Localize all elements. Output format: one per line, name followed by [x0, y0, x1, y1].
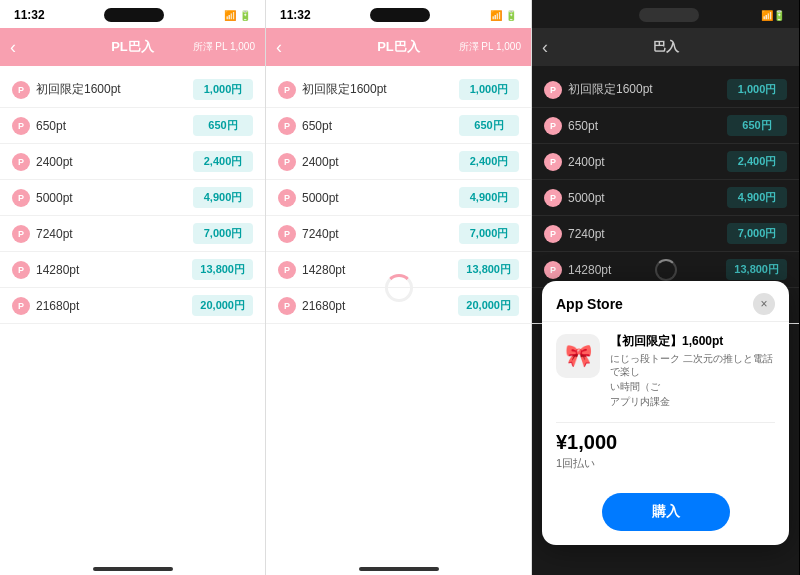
list-item[interactable]: P 2400pt 2,400円: [266, 144, 531, 180]
item-label: 5000pt: [36, 191, 73, 205]
status-icons-1: 📶 🔋: [224, 10, 251, 21]
point-icon: P: [12, 153, 30, 171]
list-item-dark[interactable]: P 初回限定1600pt 1,000円: [532, 72, 799, 108]
item-label: 7240pt: [302, 227, 339, 241]
modal-divider: [556, 422, 775, 423]
loading-spinner: [385, 274, 413, 302]
item-label: 650pt: [302, 119, 332, 133]
item-label: 5000pt: [302, 191, 339, 205]
product-name: 【初回限定】1,600pt: [610, 334, 775, 350]
header-title-2: PL巴入: [377, 38, 420, 56]
point-icon: P: [12, 225, 30, 243]
header-2: ‹ PL巴入 所澤 PL 1,000: [266, 28, 531, 66]
status-bar-2: 11:32 📶 🔋: [266, 0, 531, 28]
list-item[interactable]: P 14280pt 13,800円: [0, 252, 265, 288]
point-icon: P: [278, 153, 296, 171]
status-bar-1: 11:32 📶 🔋: [0, 0, 265, 28]
item-price: 2,400円: [193, 151, 253, 172]
panel-2: 11:32 📶 🔋 ‹ PL巴入 所澤 PL 1,000 P 初回限定1600p…: [266, 0, 532, 575]
item-label: 2400pt: [36, 155, 73, 169]
status-time-2: 11:32: [280, 8, 311, 22]
item-price: 7,000円: [459, 223, 519, 244]
point-icon-dark: P: [544, 153, 562, 171]
list-item[interactable]: P 650pt 650円: [266, 108, 531, 144]
item-price: 2,400円: [459, 151, 519, 172]
item-price: 4,900円: [459, 187, 519, 208]
point-icon: P: [12, 189, 30, 207]
header-title-3: 巴入: [653, 38, 679, 56]
header-1: ‹ PL巴入 所澤 PL 1,000: [0, 28, 265, 66]
notch-pill-1: [104, 8, 164, 22]
point-icon: P: [278, 117, 296, 135]
battery-icon: 🔋: [239, 10, 251, 21]
item-label: 2400pt: [302, 155, 339, 169]
notch-pill-2: [370, 8, 430, 22]
point-icon-dark: P: [544, 189, 562, 207]
panel-3: 11:32 📶🔋 ‹ 巴入 P 初回限定1600pt 1,000円 P 650p: [532, 0, 799, 575]
back-button-3[interactable]: ‹: [542, 37, 548, 58]
modal-price: ¥1,000: [556, 431, 775, 454]
status-icons-2: 📶 🔋: [490, 10, 517, 21]
point-icon: P: [12, 117, 30, 135]
item-price: 13,800円: [192, 259, 253, 280]
list-item-dark[interactable]: P 5000pt 4,900円: [532, 180, 799, 216]
buy-button[interactable]: 購入: [602, 493, 730, 531]
product-desc-3: アプリ内課金: [610, 395, 775, 408]
item-price: 4,900円: [193, 187, 253, 208]
product-desc-2: い時間（ご: [610, 380, 775, 393]
point-icon-dark: P: [544, 81, 562, 99]
back-button-1[interactable]: ‹: [10, 37, 16, 58]
item-price: 20,000円: [458, 295, 519, 316]
list-item[interactable]: P 5000pt 4,900円: [0, 180, 265, 216]
item-label: 14280pt: [302, 263, 345, 277]
product-info: 【初回限定】1,600pt にじっ段トーク 二次元の推しと電話で楽し い時間（ご…: [610, 334, 775, 408]
item-price: 650円: [193, 115, 253, 136]
bottom-bar-2: [266, 555, 531, 575]
item-label: 初回限定1600pt: [36, 81, 121, 98]
point-icon: P: [278, 189, 296, 207]
header-title-1: PL巴入: [111, 38, 154, 56]
back-button-2[interactable]: ‹: [276, 37, 282, 58]
loading-spinner-dark: [655, 259, 677, 281]
status-time-1: 11:32: [14, 8, 45, 22]
list-item[interactable]: P 初回限定1600pt 1,000円: [0, 72, 265, 108]
status-center-1: [104, 8, 164, 22]
point-icon-dark: P: [544, 225, 562, 243]
item-label: 14280pt: [36, 263, 79, 277]
item-label: 初回限定1600pt: [302, 81, 387, 98]
point-icon-dark: P: [544, 117, 562, 135]
list-item-dark[interactable]: P 2400pt 2,400円: [532, 144, 799, 180]
item-label: 21680pt: [302, 299, 345, 313]
item-label: 7240pt: [36, 227, 73, 241]
item-label: 21680pt: [36, 299, 79, 313]
wifi-icon: 📶: [490, 10, 502, 21]
list-item[interactable]: P 5000pt 4,900円: [266, 180, 531, 216]
header-balance-2: 所澤 PL 1,000: [459, 40, 521, 54]
product-desc-1: にじっ段トーク 二次元の推しと電話で楽し: [610, 352, 775, 378]
spinner-animation: [385, 274, 413, 302]
items-list-2: P 初回限定1600pt 1,000円 P 650pt 650円 P 2400p…: [266, 66, 531, 555]
list-item[interactable]: P 21680pt 20,000円: [0, 288, 265, 324]
list-item-dark[interactable]: P 650pt 650円: [532, 108, 799, 144]
item-price: 1,000円: [459, 79, 519, 100]
home-indicator-2: [359, 567, 439, 571]
list-item[interactable]: P 7240pt 7,000円: [266, 216, 531, 252]
appstore-title: App Store: [556, 296, 623, 312]
status-center-2: [370, 8, 430, 22]
list-item-dark[interactable]: P 7240pt 7,000円: [532, 216, 799, 252]
item-price: 13,800円: [458, 259, 519, 280]
modal-header: App Store ×: [542, 281, 789, 322]
point-icon: P: [278, 81, 296, 99]
list-item[interactable]: P 初回限定1600pt 1,000円: [266, 72, 531, 108]
modal-price-subtitle: 1回払い: [556, 456, 775, 471]
list-item[interactable]: P 7240pt 7,000円: [0, 216, 265, 252]
appstore-modal: App Store × 🎀 【初回限定】1,600pt にじっ段トーク 二次元の…: [542, 281, 789, 545]
wifi-icon: 📶: [224, 10, 236, 21]
list-item[interactable]: P 2400pt 2,400円: [0, 144, 265, 180]
list-item[interactable]: P 650pt 650円: [0, 108, 265, 144]
modal-footer: 購入: [542, 483, 789, 545]
item-price: 20,000円: [192, 295, 253, 316]
app-icon: 🎀: [556, 334, 600, 378]
point-icon: P: [278, 261, 296, 279]
modal-close-button[interactable]: ×: [753, 293, 775, 315]
